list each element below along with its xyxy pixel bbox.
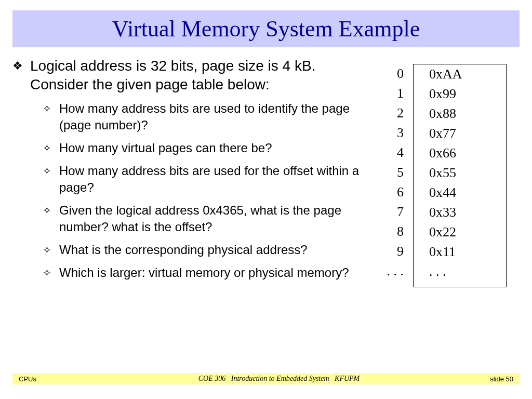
open-diamond-bullet-icon: ✧ [43, 140, 54, 156]
table-index: 1 [374, 84, 404, 103]
slide-footer: CPUs COE 306– Introduction to Embedded S… [12, 373, 520, 384]
slide-title: Virtual Memory System Example [12, 16, 520, 42]
sub-bullet: ✧ Given the logical address 0x4365, what… [43, 202, 369, 235]
page-table: 0 1 2 3 4 5 6 7 8 9 . . . 0xAA 0x99 0x88… [374, 57, 520, 287]
sub-bullet: ✧ How many address bits are used to iden… [43, 100, 369, 134]
sub-bullet: ✧ Which is larger: virtual memory or phy… [43, 264, 369, 281]
table-value: 0x22 [429, 222, 506, 242]
table-index: 5 [374, 163, 404, 182]
slide-title-bar: Virtual Memory System Example [12, 10, 520, 47]
sub-bullet-text: Which is larger: virtual memory or physi… [59, 264, 354, 281]
sub-bullet-text: How many address bits are used for the o… [59, 163, 369, 196]
footer-left: CPUs [17, 375, 123, 383]
table-index: 8 [374, 222, 404, 242]
sub-bullet: ✧ How many virtual pages can there be? [43, 140, 369, 156]
footer-right: slide 50 [435, 375, 515, 383]
table-index: 7 [374, 202, 404, 222]
diamond-bullet-icon: ❖ [12, 57, 25, 94]
text-content: ❖ Logical address is 32 bits, page size … [12, 57, 374, 287]
table-index: 4 [374, 143, 404, 163]
page-table-value-column: 0xAA 0x99 0x88 0x77 0x66 0x55 0x44 0x33 … [413, 64, 507, 287]
sub-bullet-text: How many address bits are used to identi… [59, 100, 369, 134]
open-diamond-bullet-icon: ✧ [43, 163, 54, 196]
table-index: . . . [374, 261, 404, 281]
table-value: 0x66 [429, 143, 506, 163]
open-diamond-bullet-icon: ✧ [43, 100, 54, 134]
table-index: 6 [374, 182, 404, 202]
sub-bullet-text: Given the logical address 0x4365, what i… [59, 202, 369, 235]
footer-center: COE 306– Introduction to Embedded System… [123, 375, 435, 383]
main-bullet-text: Logical address is 32 bits, page size is… [30, 57, 369, 94]
table-value: 0x88 [429, 104, 506, 124]
slide-content: ❖ Logical address is 32 bits, page size … [0, 47, 532, 287]
open-diamond-bullet-icon: ✧ [43, 242, 54, 258]
table-value: 0x99 [429, 84, 506, 104]
table-index: 2 [374, 103, 404, 123]
open-diamond-bullet-icon: ✧ [43, 264, 54, 281]
table-index: 9 [374, 242, 404, 261]
table-value: 0x77 [429, 124, 506, 143]
open-diamond-bullet-icon: ✧ [43, 202, 54, 235]
sub-bullet-text: How many virtual pages can there be? [59, 140, 277, 156]
table-value: 0x55 [429, 163, 506, 183]
table-value: . . . [429, 262, 506, 282]
table-index: 3 [374, 123, 404, 143]
table-value: 0x44 [429, 183, 506, 203]
sub-bullet-text: What is the corresponding physical addre… [59, 242, 313, 258]
table-value: 0x33 [429, 203, 506, 222]
table-index: 0 [374, 64, 404, 84]
table-value: 0x11 [429, 242, 506, 262]
table-value: 0xAA [429, 64, 506, 84]
sub-bullet: ✧ How many address bits are used for the… [43, 163, 369, 196]
page-table-index-column: 0 1 2 3 4 5 6 7 8 9 . . . [374, 64, 413, 287]
main-bullet: ❖ Logical address is 32 bits, page size … [12, 57, 369, 94]
sub-bullet: ✧ What is the corresponding physical add… [43, 242, 369, 258]
